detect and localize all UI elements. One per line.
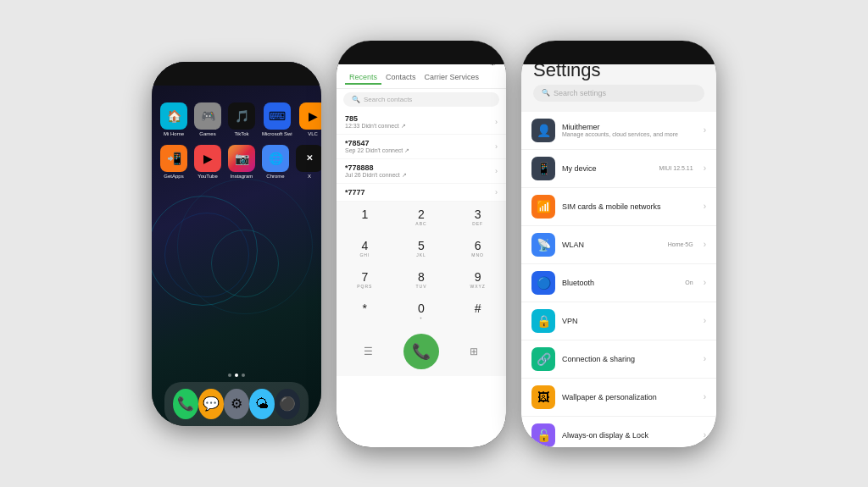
dialer-keypad-icon[interactable]: ⊞: [462, 340, 486, 363]
app-youtube[interactable]: ▶ YouTube: [194, 145, 221, 179]
phone2-status-bar: 12:47 ▐▐▐ 🔋: [337, 41, 506, 56]
call-button[interactable]: 📞: [403, 334, 439, 369]
num-main-5: 6: [475, 239, 481, 252]
settings-text-1: My device: [562, 164, 653, 173]
settings-chevron-3: ›: [704, 240, 706, 249]
settings-item-6[interactable]: 🔗 Connection & sharing ›: [521, 340, 716, 379]
settings-item-5[interactable]: 🔒 VPN ›: [521, 302, 716, 340]
settings-icon-6: 🔗: [531, 347, 555, 371]
settings-text-7: Wallpaper & personalization: [562, 393, 697, 401]
settings-icon-2: 📶: [531, 195, 555, 219]
settings-badge-3: Home·5G: [668, 241, 693, 247]
call-number-1: *78547: [345, 139, 495, 147]
dialer-settings-icon[interactable]: ⚙: [488, 56, 498, 68]
swiftkey-icon: ⌨: [264, 102, 291, 130]
settings-chevron-8: ›: [704, 430, 706, 440]
app-instagram[interactable]: 📷 Instagram: [228, 145, 255, 179]
phone3-battery: 🔋: [696, 46, 704, 53]
num-main-7: 8: [418, 270, 425, 284]
call-chevron-2: ›: [495, 167, 498, 175]
settings-icon-7: 🖼: [531, 385, 555, 409]
num-main-6: 7: [361, 270, 368, 284]
num-key-7[interactable]: 7PQRS: [337, 264, 393, 296]
settings-sub-0: Manage accounts, cloud services, and mor…: [562, 131, 697, 137]
call-item-3[interactable]: *7777 ›: [337, 184, 506, 202]
dock-weather[interactable]: 🌤: [249, 389, 275, 419]
num-key-*[interactable]: *: [337, 296, 393, 327]
settings-icon-1: 📱: [531, 157, 555, 180]
num-key-6[interactable]: 6MNO: [449, 233, 506, 264]
settings-item-4[interactable]: 🔵 Bluetooth On ›: [521, 264, 716, 302]
signal-icon: ▐▐▐: [284, 67, 298, 75]
phone2-screen: 12:47 ▐▐▐ 🔋 ⚙ Recents Contacts Carrier S…: [337, 41, 506, 447]
app-x[interactable]: ✕ X: [296, 145, 321, 179]
app-mi-home[interactable]: 🏠 Mi Home: [160, 102, 187, 136]
call-chevron-0: ›: [495, 118, 498, 126]
num-main-10: 0: [418, 302, 425, 315]
app-games[interactable]: 🎮 Games: [194, 102, 221, 136]
settings-item-1[interactable]: 📱 My device MIUI 12.5.11 ›: [521, 150, 716, 188]
num-main-11: #: [475, 302, 481, 315]
x-icon: ✕: [296, 145, 321, 172]
settings-chevron-6: ›: [704, 354, 706, 363]
app-grid-row1: 🏠 Mi Home 🎮 Games 🎵 TikTok ⌨ Microsoft S…: [160, 102, 313, 136]
dock-messages[interactable]: 💬: [198, 389, 224, 419]
app-getapps[interactable]: 📲 GetApps: [160, 145, 187, 179]
num-key-9[interactable]: 9WXYZ: [449, 264, 506, 296]
youtube-icon: ▶: [194, 145, 221, 172]
settings-text-8: Always-on display & Lock: [562, 431, 697, 440]
tab-contacts[interactable]: Contacts: [381, 71, 420, 85]
battery-icon: 🔋: [301, 67, 309, 75]
vlc-label: VLC: [308, 131, 318, 136]
call-detail-1: Sep 22 Didn't connect ↗: [345, 147, 495, 154]
dock-settings[interactable]: ⚙: [224, 389, 249, 419]
num-key-1[interactable]: 1: [337, 202, 393, 233]
settings-text-5: VPN: [562, 317, 697, 325]
settings-item-3[interactable]: 📡 WLAN Home·5G ›: [521, 226, 716, 264]
app-vlc[interactable]: ▶ VLC: [299, 102, 321, 136]
settings-item-8[interactable]: 🔓 Always-on display & Lock ›: [521, 417, 716, 447]
dialer-settings-row: ⚙: [337, 56, 506, 69]
settings-item-2[interactable]: 📶 SIM cards & mobile networks ›: [521, 188, 716, 226]
dock-app5[interactable]: ⚫: [275, 389, 300, 419]
tab-carrier[interactable]: Carrier Services: [420, 71, 484, 85]
settings-badge-1: MIUI 12.5.11: [659, 165, 693, 171]
call-item-2[interactable]: *778888 Jul 26 Didn't connect ↗ ›: [337, 159, 506, 184]
phone2-frame: 12:47 ▐▐▐ 🔋 ⚙ Recents Contacts Carrier S…: [337, 41, 506, 447]
call-detail-0: 12:33 Didn't connect ↗: [345, 123, 495, 130]
settings-text-3: WLAN: [562, 241, 661, 249]
num-key-3[interactable]: 3DEF: [449, 202, 506, 233]
num-key-#[interactable]: #: [449, 296, 506, 327]
call-item-1[interactable]: *78547 Sep 22 Didn't connect ↗ ›: [337, 135, 506, 159]
dot-1: [228, 374, 231, 377]
dock-phone[interactable]: 📞: [173, 389, 198, 419]
tiktok-label: TikTok: [234, 131, 248, 136]
num-key-0[interactable]: 0+: [393, 296, 450, 327]
call-chevron-3: ›: [495, 188, 498, 196]
num-key-2[interactable]: 2ABC: [393, 202, 450, 233]
settings-search-box[interactable]: 🔍 Search settings: [533, 85, 704, 102]
tab-recents[interactable]: Recents: [345, 71, 381, 85]
dialer-menu-icon[interactable]: ☰: [357, 340, 381, 363]
app-swiftkey[interactable]: ⌨ Microsoft SwiftKey...: [262, 102, 292, 136]
settings-icon-0: 👤: [531, 119, 555, 142]
settings-item-7[interactable]: 🖼 Wallpaper & personalization ›: [521, 379, 716, 417]
games-label: Games: [199, 131, 215, 136]
phone1-time: 12:47: [164, 67, 183, 75]
settings-item-0[interactable]: 👤 Miuithemer Manage accounts, cloud serv…: [521, 112, 716, 150]
num-sub-5: MNO: [471, 252, 484, 258]
app-chrome[interactable]: 🌐 Chrome: [262, 145, 289, 179]
settings-list: 👤 Miuithemer Manage accounts, cloud serv…: [521, 112, 716, 447]
app-tiktok[interactable]: 🎵 TikTok: [228, 102, 255, 136]
dock: 📞 💬 ⚙ 🌤 ⚫: [164, 382, 309, 426]
dialer-search-box[interactable]: 🔍 Search contacts: [343, 92, 499, 107]
call-number-0: 785: [345, 114, 495, 123]
num-key-5[interactable]: 5JKL: [393, 233, 450, 264]
num-key-4[interactable]: 4GHI: [337, 233, 393, 264]
settings-icon-4: 🔵: [531, 271, 555, 295]
num-key-8[interactable]: 8TUV: [393, 264, 450, 296]
settings-icon-5: 🔒: [531, 309, 555, 333]
page-dots: [160, 374, 313, 377]
settings-name-1: My device: [562, 164, 653, 173]
call-item-0[interactable]: 785 12:33 Didn't connect ↗ ›: [337, 110, 506, 135]
